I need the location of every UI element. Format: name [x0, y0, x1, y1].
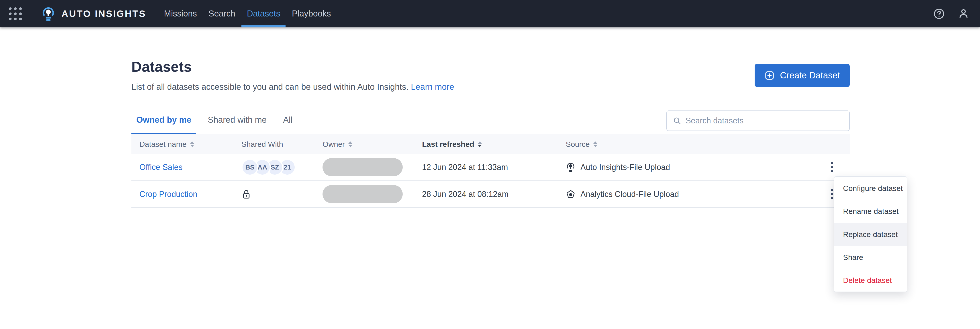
nav-item-missions[interactable]: Missions	[158, 0, 203, 27]
column-header-last-refreshed[interactable]: Last refreshed	[422, 140, 566, 149]
search-icon	[673, 116, 681, 125]
main-content: Datasets List of all datasets accessible…	[0, 27, 980, 208]
table-row-office-sales: Office Sales BS AA SZ 21 12 Jun 2024 at …	[131, 154, 850, 181]
create-dataset-label: Create Dataset	[780, 70, 840, 80]
list-toolbar: Owned by me Shared with me All	[131, 110, 850, 134]
table-row-crop-production: Crop Production 28 Jun 2024 at 08:12am A…	[131, 181, 850, 208]
sort-icon	[593, 141, 597, 147]
sort-icon	[348, 141, 352, 147]
search-datasets-box[interactable]	[667, 110, 850, 131]
dataset-filter-tabs: Owned by me Shared with me All	[131, 115, 304, 134]
column-label: Owner	[323, 140, 345, 149]
top-navbar: AUTO INSIGHTS Missions Search Datasets P…	[0, 0, 980, 27]
navbar-divider	[30, 0, 30, 27]
table-header: Dataset name Shared With Owner Last refr…	[131, 134, 850, 154]
source-label: Auto Insights-File Upload	[581, 163, 670, 172]
column-header-owner[interactable]: Owner	[323, 140, 422, 149]
primary-nav: Missions Search Datasets Playbooks	[158, 0, 337, 27]
lightbulb-icon	[566, 162, 576, 173]
nav-item-playbooks[interactable]: Playbooks	[286, 0, 337, 27]
source-label: Analytics Cloud-File Upload	[581, 189, 679, 199]
column-label: Source	[566, 140, 590, 149]
column-label: Shared With	[242, 140, 283, 149]
dataset-link-office-sales[interactable]: Office Sales	[139, 163, 182, 172]
private-lock-icon	[242, 189, 251, 200]
plus-square-icon	[764, 70, 775, 81]
create-dataset-button[interactable]: Create Dataset	[755, 64, 850, 87]
tab-owned-by-me[interactable]: Owned by me	[131, 115, 196, 134]
source-cell: Auto Insights-File Upload	[566, 162, 814, 173]
menu-item-replace-dataset[interactable]: Replace dataset	[834, 223, 907, 246]
avatar: BS	[242, 159, 258, 176]
column-header-shared-with: Shared With	[242, 140, 323, 149]
column-label: Last refreshed	[422, 140, 474, 149]
help-icon[interactable]	[933, 8, 945, 20]
menu-item-rename-dataset[interactable]: Rename dataset	[834, 200, 907, 223]
owner-redacted-pill	[323, 185, 403, 203]
last-refreshed-value: 12 Jun 2024 at 11:33am	[422, 163, 566, 172]
tab-shared-with-me[interactable]: Shared with me	[203, 115, 272, 134]
column-header-dataset-name[interactable]: Dataset name	[139, 140, 242, 149]
source-cell: Analytics Cloud-File Upload	[566, 189, 814, 200]
analytics-cloud-icon	[566, 189, 576, 200]
menu-item-delete-dataset[interactable]: Delete dataset	[834, 269, 907, 292]
page-description-text: List of all datasets accessible to you a…	[131, 82, 409, 92]
menu-item-configure-dataset[interactable]: Configure dataset	[834, 177, 907, 200]
auto-insights-lightbulb-logo	[41, 6, 55, 21]
sort-icon	[190, 141, 194, 147]
app-launcher-grid-icon[interactable]	[9, 7, 22, 20]
sort-icon-descending	[478, 141, 482, 147]
menu-item-share[interactable]: Share	[834, 246, 907, 269]
nav-item-search[interactable]: Search	[203, 0, 241, 27]
page-title: Datasets	[131, 59, 454, 75]
column-label: Dataset name	[139, 140, 187, 149]
last-refreshed-value: 28 Jun 2024 at 08:12am	[422, 189, 566, 199]
dataset-actions-context-menu: Configure dataset Rename dataset Replace…	[834, 176, 907, 292]
app-title: AUTO INSIGHTS	[62, 8, 146, 19]
shared-with-avatars[interactable]: BS AA SZ 21	[242, 159, 323, 176]
page-description: List of all datasets accessible to you a…	[131, 82, 454, 92]
user-profile-icon[interactable]	[958, 8, 969, 20]
dataset-link-crop-production[interactable]: Crop Production	[139, 189, 197, 199]
column-header-source[interactable]: Source	[566, 140, 814, 149]
nav-item-datasets[interactable]: Datasets	[241, 0, 286, 27]
learn-more-link[interactable]: Learn more	[411, 82, 454, 92]
search-datasets-input[interactable]	[686, 116, 843, 126]
tab-all[interactable]: All	[278, 115, 298, 134]
row-actions-kebab-icon[interactable]	[829, 160, 835, 175]
owner-redacted-pill	[323, 158, 403, 176]
